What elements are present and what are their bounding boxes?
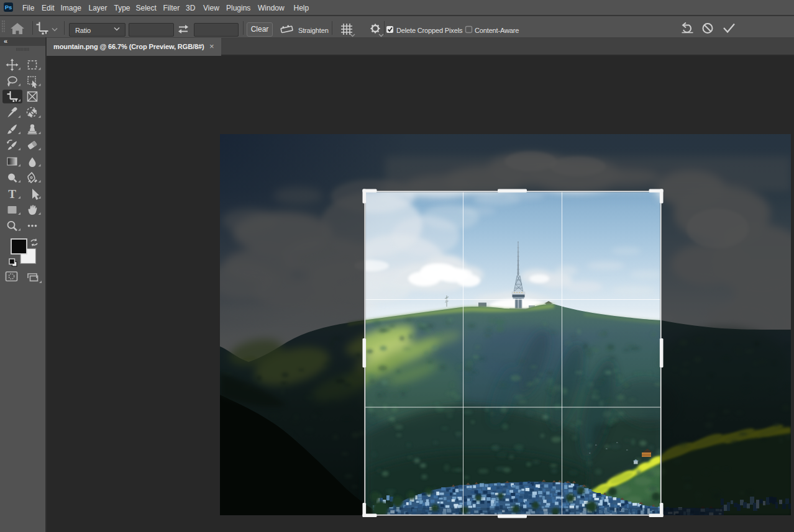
svg-text:T: T <box>8 187 16 201</box>
